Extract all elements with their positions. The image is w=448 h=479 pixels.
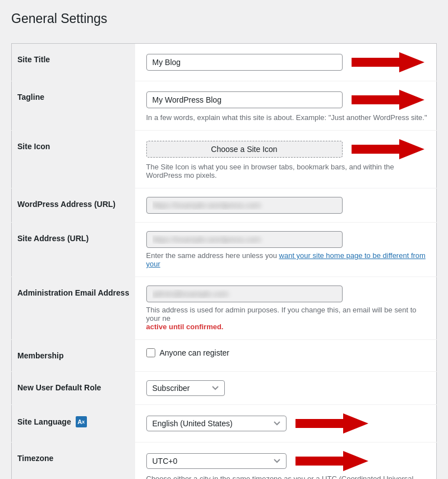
wp-address-row: WordPress Address (URL) (12, 188, 437, 223)
tagline-row: Tagline In a few words, explain what thi… (12, 81, 437, 131)
settings-table: Site Title Tagline (11, 43, 437, 479)
membership-label: Membership (12, 340, 135, 372)
site-title-label: Site Title (12, 44, 135, 81)
default-role-row: New User Default Role Administrator Edit… (12, 372, 437, 405)
language-icon: Ax (76, 416, 87, 427)
page-title: General Settings (11, 11, 437, 32)
site-address-label: Site Address (URL) (12, 223, 135, 277)
timezone-label: Timezone (12, 443, 135, 480)
tagline-field-row (146, 90, 431, 110)
site-address-description: Enter the same address here unless you w… (146, 251, 431, 268)
timezone-description: Choose either a city in the same timezon… (146, 475, 431, 479)
site-icon-description: The Site Icon is what you see in browser… (146, 163, 431, 179)
admin-email-note-text: This address is used for admin purposes.… (146, 306, 417, 323)
timezone-field-row: UTC+0 UTC-5 UTC-8 UTC+1 UTC+5:30 (146, 451, 431, 471)
timezone-select[interactable]: UTC+0 UTC-5 UTC-8 UTC+1 UTC+5:30 (146, 453, 287, 469)
site-icon-label: Site Icon (12, 131, 135, 188)
timezone-row: Timezone UTC+0 UTC-5 UTC-8 UTC+1 UTC+5:3… (12, 443, 437, 480)
site-title-input[interactable] (146, 54, 343, 71)
svg-marker-2 (352, 139, 424, 159)
svg-marker-0 (352, 52, 424, 72)
choose-site-icon-button[interactable]: Choose a Site Icon (146, 141, 343, 158)
wp-address-label: WordPress Address (URL) (12, 188, 135, 223)
site-icon-field-row: Choose a Site Icon (146, 139, 431, 159)
tagline-label: Tagline (12, 81, 135, 131)
site-address-input[interactable] (146, 231, 343, 248)
svg-marker-3 (295, 413, 368, 434)
membership-checkbox-row: Anyone can register (146, 348, 431, 357)
site-title-arrow (352, 52, 424, 72)
site-address-row: Site Address (URL) Enter the same addres… (12, 223, 437, 277)
membership-row: Membership Anyone can register (12, 340, 437, 372)
site-language-label: Site Language Ax (12, 405, 135, 443)
admin-email-input[interactable] (146, 285, 343, 302)
timezone-arrow (295, 451, 368, 471)
membership-checkbox-label[interactable]: Anyone can register (160, 348, 230, 357)
tagline-arrow (352, 90, 424, 110)
site-title-row: Site Title (12, 44, 437, 81)
admin-email-row: Administration Email Address This addres… (12, 277, 437, 340)
site-title-field-row (146, 52, 431, 72)
default-role-select[interactable]: Administrator Editor Author Contributor … (146, 380, 225, 396)
membership-checkbox[interactable] (146, 348, 155, 357)
tagline-description: In a few words, explain what this site i… (146, 113, 431, 122)
site-icon-arrow (352, 139, 424, 159)
site-language-select[interactable]: English (United States) English (UK) Spa… (146, 416, 287, 431)
tagline-input[interactable] (146, 91, 343, 108)
site-icon-row: Site Icon Choose a Site Icon The Site Ic… (12, 131, 437, 188)
site-language-field-row: English (United States) English (UK) Spa… (146, 413, 431, 434)
admin-email-confirm-text: active until confirmed. (146, 323, 224, 331)
default-role-label: New User Default Role (12, 372, 135, 405)
svg-marker-4 (295, 451, 368, 471)
svg-marker-1 (352, 90, 424, 110)
admin-email-label: Administration Email Address (12, 277, 135, 340)
admin-email-note: This address is used for admin purposes.… (146, 306, 431, 331)
site-language-row: Site Language Ax English (United States)… (12, 405, 437, 443)
site-address-link[interactable]: want your site home page to be different… (146, 251, 426, 268)
wp-address-input[interactable] (146, 197, 343, 214)
site-language-arrow (295, 413, 368, 434)
